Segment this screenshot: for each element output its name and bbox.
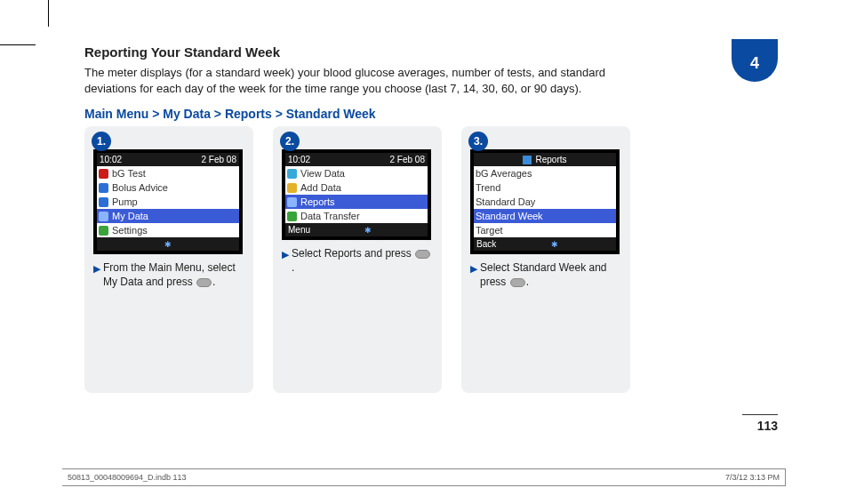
menu-item-label: View Data bbox=[300, 168, 345, 179]
caption-arrow-icon: ▶ bbox=[282, 247, 289, 275]
chart-icon bbox=[523, 156, 532, 164]
menu-item-label: Target bbox=[476, 225, 503, 236]
page-content: 4 Reporting Your Standard Week The meter… bbox=[84, 44, 778, 393]
menu-item-label: Standard Day bbox=[476, 196, 535, 207]
menu-item[interactable]: Settings bbox=[97, 223, 239, 237]
status-bar: 10:022 Feb 08 bbox=[97, 153, 239, 166]
footer-right: 7/3/12 3:13 PM bbox=[725, 473, 780, 482]
step-number-badge: 2. bbox=[280, 132, 300, 151]
step-card: 1.10:022 Feb 08bG TestBolus AdvicePumpMy… bbox=[84, 126, 253, 393]
menu-item[interactable]: Data Transfer bbox=[285, 209, 428, 223]
menu-list: View DataAdd DataReportsData Transfer bbox=[285, 166, 428, 223]
menu-item[interactable]: Trend bbox=[474, 180, 616, 195]
section-heading: Reporting Your Standard Week bbox=[84, 44, 778, 60]
step-card: 3.ReportsbG AveragesTrendStandard DaySta… bbox=[461, 126, 630, 393]
caption-arrow-icon: ▶ bbox=[93, 261, 100, 289]
softkey-bar: Menu✱ bbox=[285, 223, 428, 236]
status-bar: 10:022 Feb 08 bbox=[285, 153, 428, 166]
step-number-badge: 1. bbox=[92, 132, 111, 151]
step-card: 2.10:022 Feb 08View DataAdd DataReportsD… bbox=[273, 126, 442, 393]
menu-item[interactable]: Add Data bbox=[285, 180, 428, 195]
menu-item-icon bbox=[99, 197, 108, 207]
menu-item-label: Settings bbox=[112, 225, 148, 236]
enter-button-icon bbox=[415, 250, 430, 259]
menu-item-icon bbox=[99, 226, 108, 236]
menu-list: bG AveragesTrendStandard DayStandard Wee… bbox=[474, 166, 616, 237]
intro-text: The meter displays (for a standard week)… bbox=[84, 65, 653, 96]
menu-item[interactable]: Bolus Advice bbox=[97, 180, 239, 195]
print-footer: 50813_00048009694_D.indb 113 7/3/12 3:13… bbox=[62, 468, 786, 486]
caption-text: Select Reports and press . bbox=[292, 247, 433, 275]
page-number: 113 bbox=[742, 414, 778, 433]
menu-item-icon bbox=[287, 169, 297, 179]
step-caption: ▶From the Main Menu, select My Data and … bbox=[84, 261, 253, 289]
caption-arrow-icon: ▶ bbox=[470, 261, 477, 289]
menu-item-icon bbox=[99, 169, 108, 179]
softkey-left[interactable]: Menu bbox=[288, 225, 310, 235]
device-screenshot: ReportsbG AveragesTrendStandard DayStand… bbox=[470, 149, 620, 254]
bluetooth-icon: ✱ bbox=[551, 240, 558, 249]
menu-item-label: Data Transfer bbox=[300, 211, 360, 221]
breadcrumb: Main Menu > My Data > Reports > Standard… bbox=[84, 107, 778, 121]
menu-item[interactable]: bG Averages bbox=[474, 166, 616, 180]
menu-item-label: Bolus Advice bbox=[112, 182, 168, 193]
chapter-tab: 4 bbox=[732, 39, 778, 82]
menu-item-label: Reports bbox=[300, 196, 335, 207]
menu-item[interactable]: bG Test bbox=[97, 166, 239, 180]
softkey-bar: Back✱ bbox=[474, 237, 616, 251]
menu-list: bG TestBolus AdvicePumpMy DataSettings bbox=[97, 166, 239, 237]
menu-item-label: bG Test bbox=[112, 168, 146, 179]
menu-item-icon bbox=[99, 183, 108, 193]
footer-left: 50813_00048009694_D.indb 113 bbox=[68, 473, 187, 482]
menu-item[interactable]: Pump bbox=[97, 195, 239, 209]
caption-text: Select Standard Week and press . bbox=[480, 261, 621, 289]
menu-item-label: Pump bbox=[112, 196, 138, 207]
step-caption: ▶Select Reports and press . bbox=[273, 247, 442, 275]
menu-item[interactable]: My Data bbox=[97, 209, 239, 223]
menu-item-label: Trend bbox=[476, 182, 500, 193]
menu-item[interactable]: View Data bbox=[285, 166, 428, 180]
bluetooth-icon: ✱ bbox=[364, 226, 372, 235]
device-screenshot: 10:022 Feb 08View DataAdd DataReportsDat… bbox=[282, 149, 431, 240]
menu-item[interactable]: Standard Day bbox=[474, 195, 616, 209]
caption-text: From the Main Menu, select My Data and p… bbox=[103, 261, 244, 289]
screen-title-bar: Reports bbox=[474, 153, 616, 166]
steps-row: 1.10:022 Feb 08bG TestBolus AdvicePumpMy… bbox=[84, 126, 778, 393]
menu-item[interactable]: Reports bbox=[285, 195, 428, 209]
device-screenshot: 10:022 Feb 08bG TestBolus AdvicePumpMy D… bbox=[93, 149, 243, 254]
step-caption: ▶Select Standard Week and press . bbox=[461, 261, 630, 289]
enter-button-icon bbox=[196, 278, 212, 287]
softkey-bar: ✱ bbox=[97, 237, 239, 251]
menu-item-label: bG Averages bbox=[476, 168, 532, 179]
menu-item-icon bbox=[287, 197, 297, 207]
softkey-left[interactable]: Back bbox=[476, 239, 496, 249]
menu-item-icon bbox=[99, 212, 108, 221]
menu-item[interactable]: Standard Week bbox=[474, 209, 616, 223]
step-number-badge: 3. bbox=[468, 132, 488, 151]
enter-button-icon bbox=[510, 278, 525, 287]
menu-item-icon bbox=[287, 212, 297, 221]
menu-item[interactable]: Target bbox=[474, 223, 616, 237]
menu-item-label: Add Data bbox=[300, 182, 341, 193]
bluetooth-icon: ✱ bbox=[164, 240, 172, 249]
menu-item-icon bbox=[287, 183, 297, 193]
menu-item-label: Standard Week bbox=[476, 211, 543, 221]
menu-item-label: My Data bbox=[112, 211, 148, 221]
